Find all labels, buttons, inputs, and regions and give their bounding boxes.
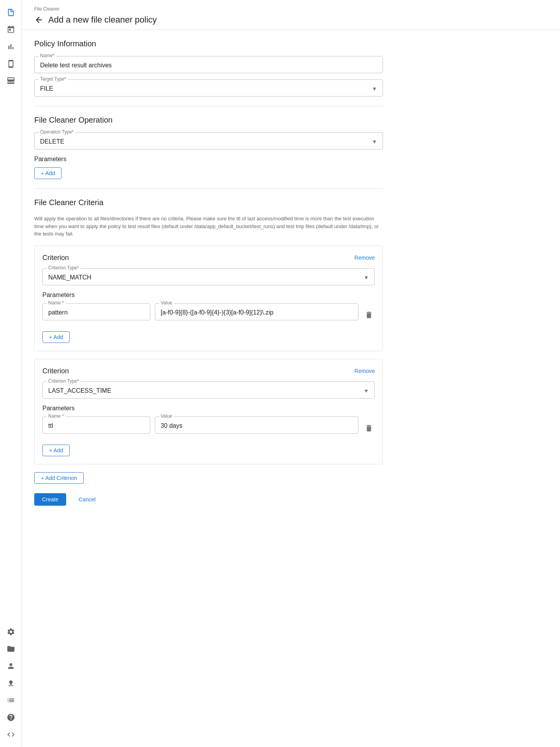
chevron-down-icon-3: ▼: [363, 274, 369, 281]
criterion-2-param-name-value: ttl: [48, 420, 144, 430]
sidebar-icon-upload[interactable]: [3, 675, 19, 691]
criterion-1-param-value-label: Value: [159, 300, 174, 306]
criterion-1-param-name-field[interactable]: Name * pattern: [42, 303, 150, 320]
chevron-down-icon-2: ▼: [372, 139, 377, 145]
name-value: Delete test result archives: [40, 60, 377, 70]
criterion-1-add-param-button[interactable]: + Add: [42, 331, 70, 343]
sidebar-icon-folder[interactable]: [3, 641, 19, 657]
page-header: File Cleaner Add a new file cleaner poli…: [22, 0, 560, 30]
criterion-2-param-value-label: Value: [159, 413, 174, 419]
criterion-2-type-field[interactable]: Criterion Type* LAST_ACCESS_TIME ▼: [42, 381, 375, 399]
sidebar-icon-help[interactable]: [3, 710, 19, 725]
chevron-down-icon: ▼: [372, 86, 377, 92]
content-area: Policy Information Name* Delete test res…: [22, 30, 395, 515]
sidebar-icon-list[interactable]: [3, 693, 19, 708]
criterion-1-type-label: Criterion Type*: [47, 265, 81, 271]
criterion-2-remove-button[interactable]: Remove: [355, 368, 375, 374]
criterion-2-param-name-field[interactable]: Name * ttl: [42, 417, 150, 434]
criterion-2-header: Criterion Remove: [42, 367, 375, 375]
criterion-1-type-field[interactable]: Criterion Type* NAME_MATCH ▼: [42, 268, 375, 285]
operation-type-field[interactable]: Operation Type* DELETE ▼: [34, 132, 383, 149]
name-label: Name*: [39, 53, 56, 58]
criterion-2-param-value-value: 30 days: [161, 420, 353, 430]
criterion-1-type-select: NAME_MATCH ▼: [48, 272, 369, 282]
form-actions: Create Cancel: [34, 493, 383, 506]
criterion-2-param-value-field[interactable]: Value 30 days: [155, 417, 358, 434]
criterion-2-param-name-label: Name *: [47, 413, 65, 419]
main-content: File Cleaner Add a new file cleaner poli…: [22, 0, 560, 747]
operation-title: File Cleaner Operation: [34, 116, 383, 125]
operation-type-value: DELETE: [40, 138, 64, 145]
criterion-card-1: Criterion Remove Criterion Type* NAME_MA…: [34, 246, 383, 351]
sidebar-icon-server[interactable]: [3, 73, 19, 89]
divider-2: [34, 188, 383, 189]
criterion-2-params-title: Parameters: [42, 405, 375, 412]
operation-type-select: DELETE ▼: [40, 136, 377, 146]
criterion-1-param-delete-button[interactable]: [363, 309, 375, 321]
operation-add-param-button[interactable]: + Add: [34, 167, 61, 179]
sidebar-icon-person[interactable]: [3, 658, 19, 674]
criteria-info: Will apply the operation to all files/di…: [34, 215, 383, 238]
target-type-label: Target Type*: [39, 76, 68, 82]
criterion-2-param-row-1: Name * ttl Value 30 days: [42, 417, 375, 440]
name-field[interactable]: Name* Delete test result archives: [34, 56, 383, 73]
criterion-1-title: Criterion: [42, 254, 69, 262]
sidebar-icon-mobile[interactable]: [3, 56, 19, 72]
operation-params-title: Parameters: [34, 156, 383, 163]
criteria-title: File Cleaner Criteria: [34, 198, 383, 207]
criterion-1-params-title: Parameters: [42, 292, 375, 299]
cancel-button[interactable]: Cancel: [72, 493, 102, 506]
criterion-1-header: Criterion Remove: [42, 254, 375, 262]
target-type-value: FILE: [40, 85, 53, 92]
back-button[interactable]: [34, 15, 44, 25]
criterion-1-remove-button[interactable]: Remove: [355, 255, 375, 261]
operation-type-label: Operation Type*: [39, 129, 75, 135]
criterion-2-type-label: Criterion Type*: [47, 378, 81, 384]
criterion-1-type-value: NAME_MATCH: [48, 274, 91, 281]
criterion-1-param-row-1: Name * pattern Value [a-f0-9]{8}-([a-f0-…: [42, 303, 375, 327]
sidebar-icon-settings[interactable]: [3, 624, 19, 640]
criterion-2-type-value: LAST_ACCESS_TIME: [48, 387, 111, 394]
sidebar-icon-document[interactable]: [3, 5, 19, 20]
criterion-card-2: Criterion Remove Criterion Type* LAST_AC…: [34, 359, 383, 464]
sidebar-icon-calendar[interactable]: [3, 22, 19, 37]
divider-1: [34, 106, 383, 106]
sidebar: [0, 0, 22, 747]
target-type-select: FILE ▼: [40, 83, 377, 93]
policy-info-title: Policy Information: [34, 39, 383, 48]
criterion-2-param-delete-button[interactable]: [363, 422, 375, 434]
create-button[interactable]: Create: [34, 493, 66, 506]
page-title: Add a new file cleaner policy: [48, 15, 157, 25]
criterion-1-param-name-value: pattern: [48, 307, 144, 317]
sidebar-icon-chart[interactable]: [3, 39, 19, 54]
criterion-2-type-select: LAST_ACCESS_TIME ▼: [48, 385, 369, 395]
sidebar-icon-code[interactable]: [3, 727, 19, 742]
criterion-2-add-param-button[interactable]: + Add: [42, 445, 70, 456]
chevron-down-icon-4: ▼: [363, 388, 369, 394]
criterion-2-title: Criterion: [42, 367, 69, 375]
criterion-1-param-value-field[interactable]: Value [a-f0-9]{8}-([a-f0-9]{4}-){3}[a-f0…: [155, 303, 358, 320]
add-criterion-button[interactable]: + Add Criterion: [34, 472, 84, 484]
criterion-1-param-name-label: Name *: [47, 300, 65, 306]
criterion-1-param-value-value: [a-f0-9]{8}-([a-f0-9]{4}-){3}[a-f0-9]{12…: [161, 307, 353, 317]
page-title-row: Add a new file cleaner policy: [34, 15, 548, 25]
breadcrumb: File Cleaner: [34, 6, 548, 12]
target-type-field[interactable]: Target Type* FILE ▼: [34, 79, 383, 97]
